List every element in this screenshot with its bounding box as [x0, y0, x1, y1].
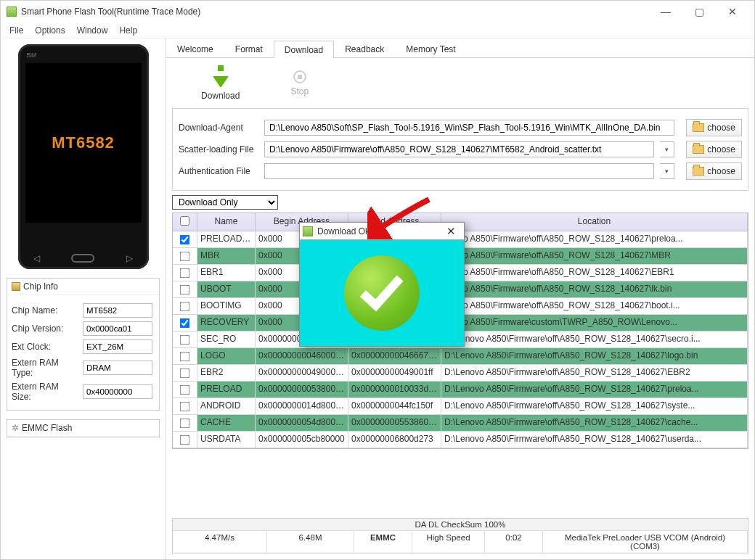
auth-history-dropdown[interactable]: ▾: [660, 163, 674, 179]
row-checkbox[interactable]: [180, 318, 190, 328]
chip-version-label: Chip Version:: [12, 324, 80, 334]
download-button-label: Download: [201, 91, 240, 101]
cell-name: PRELOAD: [197, 382, 256, 398]
row-checkbox[interactable]: [180, 351, 190, 361]
header-checkbox[interactable]: [180, 216, 189, 226]
ram-type-field[interactable]: [83, 361, 152, 375]
cell-location: enovo A850\Firmware\off\A850_ROW_S128_14…: [441, 265, 748, 281]
cell-end: 0x0000000044fc150f: [348, 398, 441, 414]
cell-location: enovo A850\Firmware\off\A850_ROW_S128_14…: [441, 298, 748, 314]
cell-location: D:\Lenovo A850\Firmware\off\A850_ROW_S12…: [441, 365, 748, 381]
tab-strip: Welcome Format Download Readback Memory …: [166, 40, 754, 58]
tab-format[interactable]: Format: [224, 40, 274, 57]
scatter-file-field[interactable]: [264, 141, 654, 157]
status-storage: EMMC: [354, 531, 412, 553]
status-progress-text: DA DL CheckSum 100%: [173, 519, 748, 531]
chip-model-label: MT6582: [52, 133, 115, 152]
phone-preview: BM MT6582 ◁ ▷: [18, 44, 149, 269]
dialog-close-button[interactable]: ✕: [441, 225, 461, 238]
row-checkbox[interactable]: [180, 234, 190, 244]
table-row[interactable]: ANDROID0x0000000014d800000x0000000044fc1…: [173, 398, 748, 415]
folder-icon: [693, 145, 704, 154]
cell-location: enovo A850\Firmware\off\A850_ROW_S128_14…: [441, 248, 748, 264]
choose-auth-button[interactable]: choose: [686, 162, 742, 180]
maximize-button[interactable]: ▢: [683, 1, 715, 22]
col-name[interactable]: Name: [197, 213, 256, 231]
download-button[interactable]: Download: [201, 65, 240, 101]
table-row[interactable]: LOGO0x00000000046000000x0000000004666743…: [173, 348, 748, 365]
tab-readback[interactable]: Readback: [334, 40, 395, 57]
menu-window[interactable]: Window: [71, 24, 114, 37]
row-checkbox[interactable]: [180, 284, 190, 295]
cell-name: MBR: [197, 248, 256, 264]
download-agent-label: Download-Agent: [179, 123, 258, 133]
cell-location: enovo A850\Firmware\custom\TWRP_A850_ROW…: [441, 315, 748, 331]
folder-icon: [693, 167, 704, 176]
menu-file[interactable]: File: [4, 24, 29, 37]
cell-name: PRELOADER: [197, 231, 256, 247]
status-bar: DA DL CheckSum 100% 4.47M/s 6.48M EMMC H…: [172, 518, 748, 553]
file-paths-panel: Download-Agent choose Scatter-loading Fi…: [172, 108, 748, 191]
cell-location: D:\Lenovo A850\Firmware\off\A850_ROW_S12…: [441, 332, 748, 347]
cell-end: 0x0000000004666743: [348, 348, 441, 364]
titlebar: Smart Phone Flash Tool(Runtime Trace Mod…: [1, 1, 754, 22]
cell-location: D:\Lenovo A850\Firmware\off\A850_ROW_S12…: [441, 415, 748, 431]
download-mode-select[interactable]: Download Only: [172, 195, 278, 210]
tab-memory-test[interactable]: Memory Test: [395, 40, 466, 57]
ext-clock-field[interactable]: [83, 339, 152, 354]
status-size: 6.48M: [267, 531, 354, 553]
minimize-button[interactable]: —: [650, 1, 682, 22]
tab-welcome[interactable]: Welcome: [166, 40, 224, 57]
close-button[interactable]: ✕: [717, 1, 748, 22]
phone-brand: BM: [27, 52, 37, 59]
cell-name: BOOTIMG: [197, 298, 256, 314]
col-location[interactable]: Location: [441, 213, 748, 231]
cell-name: EBR2: [197, 365, 256, 381]
row-checkbox[interactable]: [180, 268, 190, 278]
ram-size-field[interactable]: [83, 384, 152, 399]
download-arrow-icon: [213, 65, 229, 88]
row-checkbox[interactable]: [180, 251, 190, 261]
dialog-title: Download Ok: [317, 226, 441, 236]
cell-begin: 0x0000000054d80000: [256, 415, 348, 431]
row-checkbox[interactable]: [180, 401, 190, 411]
table-row[interactable]: USRDATA0x000000005cb800000x00000006800d2…: [173, 432, 748, 448]
row-checkbox[interactable]: [180, 368, 190, 378]
scatter-history-dropdown[interactable]: ▾: [660, 141, 674, 157]
scatter-file-label: Scatter-loading File: [179, 144, 258, 155]
row-checkbox[interactable]: [180, 384, 190, 395]
cell-end: 0x00000000049001ff: [348, 365, 441, 381]
menu-help[interactable]: Help: [113, 24, 143, 37]
cell-location: D:\Lenovo A850\Firmware\off\A850_ROW_S12…: [441, 348, 748, 364]
ram-size-label: Extern RAM Size:: [12, 382, 80, 402]
toolbar: Download Stop: [166, 58, 754, 104]
chip-version-field[interactable]: [83, 321, 152, 336]
auth-file-field[interactable]: [264, 163, 654, 179]
window-title: Smart Phone Flash Tool(Runtime Trace Mod…: [21, 7, 650, 17]
cell-location: enovo A850\Firmware\off\A850_ROW_S128_14…: [441, 231, 748, 247]
row-checkbox[interactable]: [180, 435, 190, 445]
status-com-port: MediaTek PreLoader USB VCOM (Android) (C…: [543, 531, 748, 553]
row-checkbox[interactable]: [180, 334, 190, 345]
tab-download[interactable]: Download: [274, 41, 334, 58]
download-agent-field[interactable]: [264, 120, 674, 136]
menu-options[interactable]: Options: [29, 24, 70, 37]
table-row[interactable]: EBR20x00000000049000000x00000000049001ff…: [173, 365, 748, 382]
row-checkbox[interactable]: [180, 301, 190, 311]
choose-da-button[interactable]: choose: [686, 119, 742, 136]
cell-begin: 0x0000000004900000: [256, 365, 348, 381]
row-checkbox[interactable]: [180, 418, 190, 428]
stop-button[interactable]: Stop: [290, 70, 309, 96]
app-window: Smart Phone Flash Tool(Runtime Trace Mod…: [0, 0, 755, 560]
cell-name: RECOVERY: [197, 315, 256, 331]
app-icon: [7, 7, 17, 17]
cell-begin: 0x0000000004600000: [256, 348, 348, 364]
cell-name: CACHE: [197, 415, 256, 431]
choose-scatter-button[interactable]: choose: [686, 141, 742, 158]
table-row[interactable]: PRELOAD0x00000000053800000x0000000010033…: [173, 382, 748, 398]
status-time: 0:02: [485, 531, 543, 553]
nav-menu-icon: ▷: [126, 253, 133, 263]
chip-name-field[interactable]: [83, 303, 152, 318]
table-row[interactable]: CACHE0x0000000054d800000x000000005538609…: [173, 415, 748, 432]
phone-nav-buttons: ◁ ▷: [18, 253, 149, 263]
